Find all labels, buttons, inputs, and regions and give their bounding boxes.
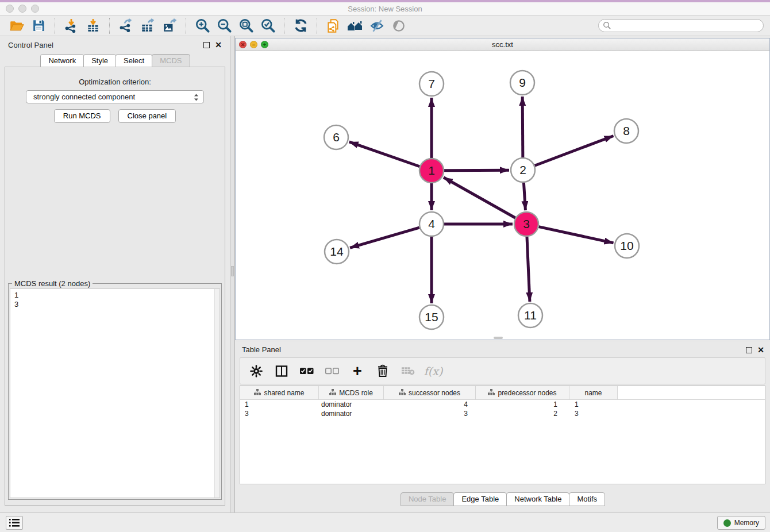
import-network-icon[interactable] (63, 18, 79, 34)
toolbar-separator (55, 18, 55, 34)
main-titlebar: Session: New Session (0, 2, 770, 16)
edge-2-3[interactable] (523, 183, 525, 210)
tab-select[interactable]: Select (116, 54, 152, 68)
graph-node-11[interactable]: 11 (518, 303, 542, 327)
run-mcds-button[interactable]: Run MCDS (54, 109, 110, 123)
edge-2-9[interactable] (522, 97, 523, 157)
node-table: shared nameMCDS rolesuccessor nodesprede… (240, 385, 765, 484)
close-panel-button[interactable]: Close panel (118, 109, 176, 123)
edge-1-6[interactable] (349, 142, 420, 167)
clone-network-icon[interactable] (325, 18, 341, 34)
tab-network[interactable]: Network (40, 54, 84, 68)
zoom-fit-icon[interactable] (238, 18, 254, 34)
node-label: 2 (519, 163, 526, 176)
column-header-MCDS-role[interactable]: MCDS role (319, 386, 384, 399)
task-history-button[interactable] (6, 516, 23, 530)
table-row[interactable]: 1dominator411 (240, 400, 765, 409)
graph-node-15[interactable]: 15 (419, 305, 444, 329)
network-canvas[interactable]: 7961284314101511 (236, 51, 769, 340)
search-input[interactable] (598, 19, 764, 32)
node-label: 9 (519, 76, 526, 89)
network-view-window: ✕ − + scc.txt 7961284314101511 (235, 38, 770, 340)
split-columns-icon[interactable] (275, 364, 288, 378)
delete-table-icon (401, 364, 415, 378)
column-header-label: successor nodes (409, 389, 460, 397)
edge-1-2[interactable] (444, 170, 509, 171)
memory-button[interactable]: Memory (717, 516, 765, 530)
clear-checkboxes-icon[interactable] (325, 364, 339, 378)
column-header-successor-nodes[interactable]: successor nodes (384, 386, 476, 399)
attribute-type-icon (488, 389, 495, 397)
toolbar-separator (109, 18, 110, 34)
tab-motifs[interactable]: Motifs (569, 492, 605, 506)
gear-icon[interactable] (249, 364, 263, 378)
graph-node-8[interactable]: 8 (614, 119, 638, 143)
node-label: 10 (620, 239, 633, 252)
network-window-titlebar[interactable]: ✕ − + scc.txt (236, 38, 769, 51)
graph-node-4[interactable]: 4 (419, 212, 444, 236)
toolbar-search (598, 19, 764, 32)
close-table-panel-icon[interactable]: ✕ (757, 346, 764, 354)
column-header-shared-name[interactable]: shared name (240, 386, 319, 399)
graph-node-2[interactable]: 2 (511, 158, 535, 182)
panel-splitter[interactable] (230, 36, 235, 512)
graph-node-1[interactable]: 1 (419, 159, 444, 183)
table-cell: 4 (384, 400, 476, 409)
refresh-view-icon[interactable] (292, 18, 309, 34)
graph-node-14[interactable]: 14 (325, 240, 349, 264)
select-all-checkboxes-icon[interactable] (300, 364, 314, 378)
edge-4-14[interactable] (350, 228, 419, 248)
graph-node-6[interactable]: 6 (324, 125, 348, 149)
optimization-criterion-select[interactable]: strongly connected component (26, 90, 204, 103)
tab-edge-table[interactable]: Edge Table (453, 492, 507, 506)
optimization-criterion-label: Optimization criterion: (5, 78, 225, 86)
save-session-icon[interactable] (30, 18, 47, 34)
mcds-result-group: MCDS result (2 nodes) 1 3 (8, 283, 222, 500)
edge-3-10[interactable] (538, 227, 613, 243)
export-network-icon[interactable] (118, 18, 134, 34)
graph-node-3[interactable]: 3 (514, 212, 538, 236)
zoom-in-icon[interactable] (194, 18, 210, 34)
table-panel-title: Table Panel (242, 345, 281, 354)
export-table-icon[interactable] (140, 18, 156, 34)
table-row[interactable]: 3dominator323 (240, 409, 765, 418)
open-session-icon[interactable] (9, 18, 25, 34)
edge-2-8[interactable] (535, 136, 614, 165)
float-table-panel-icon[interactable] (746, 347, 752, 353)
column-header-name[interactable]: name (569, 386, 618, 399)
edge-3-1[interactable] (444, 178, 515, 218)
graph-node-7[interactable]: 7 (419, 72, 444, 96)
delete-icon[interactable] (376, 364, 390, 378)
hide-panels-icon[interactable] (369, 18, 385, 34)
tab-network-table[interactable]: Network Table (506, 492, 569, 506)
edge-3-11[interactable] (527, 237, 530, 302)
table-cell: 3 (569, 409, 618, 418)
table-body: 1dominator4113dominator323 (240, 400, 765, 418)
canvas-scroll-handle[interactable] (494, 337, 503, 339)
result-scrollbar[interactable] (214, 289, 220, 498)
add-row-icon[interactable]: + (351, 364, 364, 378)
zoom-selected-icon[interactable] (260, 18, 276, 34)
show-panels-icon[interactable] (391, 18, 407, 34)
function-builder-icon: f(x) (426, 364, 440, 378)
mcds-result-textarea[interactable]: 1 3 (10, 288, 220, 498)
zoom-out-icon[interactable] (216, 18, 232, 34)
toolbar-separator (317, 18, 317, 34)
splitter-handle-icon[interactable] (231, 266, 234, 276)
tab-mcds[interactable]: MCDS (152, 54, 190, 68)
column-header-predecessor-nodes[interactable]: predecessor nodes (476, 386, 569, 399)
table-tabs: Node TableEdge TableNetwork TableMotifs (235, 492, 770, 506)
memory-label: Memory (734, 519, 759, 527)
network-graph[interactable]: 7961284314101511 (236, 51, 769, 340)
home-browser-icon[interactable] (347, 18, 363, 34)
graph-node-10[interactable]: 10 (615, 234, 639, 258)
close-panel-icon[interactable]: ✕ (215, 41, 222, 49)
tab-node-table[interactable]: Node Table (401, 492, 455, 506)
float-panel-icon[interactable] (203, 42, 210, 48)
dropdown-selected-value: strongly connected component (33, 92, 135, 101)
tab-style[interactable]: Style (83, 54, 116, 68)
table-panel: Table Panel ✕ + f(x) shared nameMCDS rol… (235, 342, 770, 511)
graph-node-9[interactable]: 9 (510, 71, 534, 95)
export-image-icon[interactable] (161, 18, 178, 34)
import-table-icon[interactable] (85, 18, 101, 34)
